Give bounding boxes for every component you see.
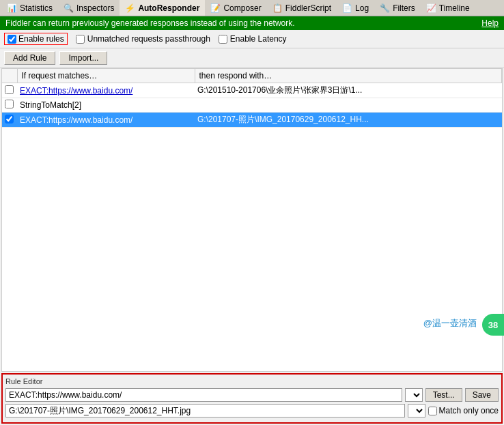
tab-timeline[interactable]: 📈 Timeline bbox=[421, 0, 475, 16]
tab-autoresponder[interactable]: ⚡ AutoResponder bbox=[120, 0, 205, 16]
rule-editor: Rule Editor Test... Save Match only once bbox=[1, 373, 503, 424]
col-header-respond: then respond with… bbox=[195, 69, 502, 83]
unmatched-passthrough-label[interactable]: Unmatched requests passthrough bbox=[76, 34, 210, 44]
col-header-check bbox=[2, 69, 17, 83]
match-only-once-label[interactable]: Match only once bbox=[428, 406, 499, 415]
watermark: @温一壶清酒 bbox=[423, 317, 477, 329]
match-link[interactable]: EXACT:https://www.baidu.com/ bbox=[20, 86, 132, 96]
row-checkbox[interactable] bbox=[5, 85, 14, 94]
float-badge-value: 38 bbox=[488, 320, 498, 330]
table-row[interactable]: EXACT:https://www.baidu.com/G:\201707-照片… bbox=[2, 113, 502, 128]
unmatched-passthrough-checkbox[interactable] bbox=[76, 35, 85, 44]
match-cell: EXACT:https://www.baidu.com/ bbox=[17, 113, 195, 128]
enable-rules-label[interactable]: Enable rules bbox=[4, 33, 68, 45]
rule-respond-input[interactable] bbox=[5, 404, 405, 417]
rule-editor-title: Rule Editor bbox=[5, 377, 499, 385]
test-button[interactable]: Test... bbox=[425, 388, 462, 402]
help-link[interactable]: Help bbox=[481, 18, 499, 28]
enable-latency-checkbox[interactable] bbox=[219, 35, 227, 44]
enable-rules-checkbox[interactable] bbox=[8, 35, 16, 44]
respond-cell bbox=[195, 98, 502, 113]
match-only-once-checkbox[interactable] bbox=[428, 407, 437, 415]
filters-icon: 🔧 bbox=[380, 3, 390, 13]
enable-latency-label[interactable]: Enable Latency bbox=[219, 34, 287, 44]
fiddlerscript-icon: 📋 bbox=[272, 3, 283, 13]
action-bar: Add Rule Import... bbox=[0, 48, 504, 68]
respond-cell: G:\201510-201706\业余照片\张家界3日游\1... bbox=[195, 83, 502, 98]
info-bar: Fiddler can return previously generated … bbox=[0, 16, 504, 30]
col-header-match: If request matches… bbox=[17, 69, 195, 83]
add-rule-button[interactable]: Add Rule bbox=[4, 51, 55, 65]
import-button[interactable]: Import... bbox=[59, 51, 107, 65]
tab-statistics[interactable]: 📊 Statistics bbox=[1, 0, 58, 16]
statistics-icon: 📊 bbox=[7, 3, 17, 13]
save-button[interactable]: Save bbox=[465, 388, 499, 402]
tab-fiddlerscript[interactable]: 📋 FiddlerScript bbox=[267, 0, 337, 16]
row-checkbox[interactable] bbox=[5, 115, 14, 123]
inspectors-icon: 🔍 bbox=[64, 3, 74, 13]
rule-input-row-1: Test... Save bbox=[5, 388, 499, 402]
match-cell: StringToMatch[2] bbox=[17, 98, 195, 113]
app-window: 📊 Statistics 🔍 Inspectors ⚡ AutoResponde… bbox=[0, 0, 504, 425]
rule-match-input[interactable] bbox=[5, 388, 402, 402]
respond-cell: G:\201707-照片\IMG_20170629_200612_HH... bbox=[195, 113, 502, 128]
toolbar: 📊 Statistics 🔍 Inspectors ⚡ AutoResponde… bbox=[0, 0, 504, 16]
composer-icon: 📝 bbox=[210, 3, 221, 13]
rule-match-dropdown[interactable] bbox=[405, 388, 423, 402]
autoresponder-icon: ⚡ bbox=[125, 3, 135, 13]
float-badge[interactable]: 38 bbox=[482, 314, 504, 336]
match-cell: EXACT:https://www.baidu.com/ bbox=[17, 83, 195, 98]
table-row[interactable]: EXACT:https://www.baidu.com/G:\201510-20… bbox=[2, 83, 502, 98]
row-checkbox[interactable] bbox=[5, 100, 14, 108]
tab-inspectors[interactable]: 🔍 Inspectors bbox=[58, 0, 120, 16]
rule-input-row-2: Match only once bbox=[5, 404, 499, 417]
timeline-icon: 📈 bbox=[426, 3, 436, 13]
table-row[interactable]: StringToMatch[2] bbox=[2, 98, 502, 113]
rule-respond-dropdown[interactable] bbox=[408, 404, 425, 417]
tab-filters[interactable]: 🔧 Filters bbox=[374, 0, 421, 16]
tab-log[interactable]: 📄 Log bbox=[337, 0, 374, 16]
controls-bar: Enable rules Unmatched requests passthro… bbox=[0, 30, 504, 48]
log-icon: 📄 bbox=[342, 3, 352, 13]
tab-composer[interactable]: 📝 Composer bbox=[205, 0, 266, 16]
info-message: Fiddler can return previously generated … bbox=[5, 18, 295, 28]
rules-table: If request matches… then respond with… E… bbox=[2, 69, 502, 128]
